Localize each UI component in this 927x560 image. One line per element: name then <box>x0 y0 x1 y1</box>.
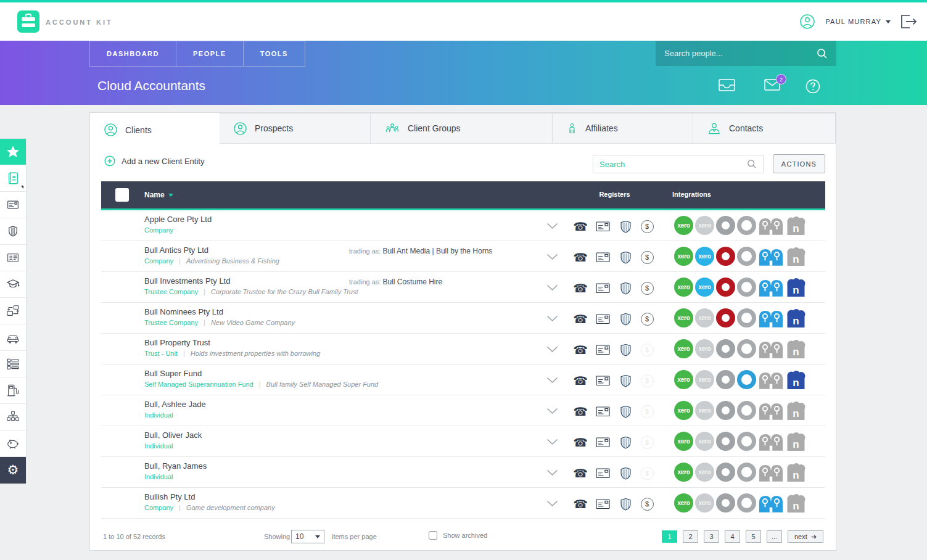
show-archived-toggle[interactable]: Show archived <box>429 531 487 540</box>
sidebar-item-gear[interactable]: ⚙ <box>0 457 26 484</box>
entity-type[interactable]: Trustee Company <box>144 319 198 326</box>
phone-register-icon[interactable]: ☎ <box>573 311 588 326</box>
sidebar-item-mail-card[interactable] <box>0 192 26 218</box>
n-logo-icon[interactable]: n <box>786 401 806 420</box>
client-name[interactable]: Bull, Ryan James <box>144 461 207 471</box>
tab-prospects[interactable]: Prospects <box>220 113 371 144</box>
insurance-register-icon[interactable] <box>618 404 633 419</box>
heads-icon[interactable] <box>758 308 784 327</box>
swirl-ring-icon[interactable] <box>737 308 756 327</box>
red-ring-icon[interactable] <box>716 493 735 513</box>
swirl-ring-icon[interactable] <box>737 339 756 358</box>
heads-icon[interactable] <box>758 247 784 266</box>
n-logo-icon[interactable]: n <box>786 463 806 482</box>
client-name[interactable]: Bull Property Trust <box>144 338 210 347</box>
next-page-button[interactable]: next➜ <box>788 530 823 543</box>
client-name[interactable]: Bull, Oliver Jack <box>144 430 202 440</box>
heads-icon[interactable] <box>758 216 784 235</box>
fee-register-icon[interactable]: $ <box>640 404 654 419</box>
heads-icon[interactable] <box>758 401 784 420</box>
xero-practice-icon[interactable]: xero <box>695 216 714 235</box>
tab-contacts[interactable]: Contacts <box>693 113 836 144</box>
expand-chevron-icon[interactable] <box>546 346 558 353</box>
logout-icon[interactable] <box>900 14 917 29</box>
mail-register-icon[interactable] <box>595 219 610 234</box>
actions-button[interactable]: ACTIONS <box>773 154 825 173</box>
nav-tab-tools[interactable]: TOOLS <box>243 41 305 66</box>
client-row[interactable]: Bull Nominees Pty Ltd Trustee Company| N… <box>101 303 825 334</box>
fee-register-icon[interactable]: $ <box>640 466 654 480</box>
select-all-checkbox[interactable] <box>115 188 129 202</box>
expand-chevron-icon[interactable] <box>546 408 558 414</box>
heads-icon[interactable] <box>758 370 784 389</box>
red-ring-icon[interactable] <box>716 339 735 358</box>
mail-register-icon[interactable] <box>595 435 610 450</box>
mail-register-icon[interactable] <box>595 311 610 326</box>
client-row[interactable]: Bull, Ashlee Jade Individual ☎ $ xeroxer… <box>101 395 825 426</box>
entity-type[interactable]: Individual <box>144 411 173 419</box>
client-row[interactable]: Bull, Oliver Jack Individual ☎ $ xeroxer… <box>101 426 825 457</box>
entity-type[interactable]: Company <box>144 504 173 511</box>
entity-type[interactable]: Trust - Unit <box>144 350 178 357</box>
page-ellipsis[interactable]: ... <box>767 530 782 543</box>
insurance-register-icon[interactable] <box>618 219 633 234</box>
entity-type[interactable]: Individual <box>144 442 173 450</box>
nav-tab-dashboard[interactable]: DASHBOARD <box>89 41 176 66</box>
n-logo-icon[interactable]: n <box>786 432 806 451</box>
red-ring-icon[interactable] <box>716 278 735 297</box>
sidebar-item-id-card[interactable] <box>0 245 26 271</box>
insurance-register-icon[interactable] <box>618 311 633 326</box>
swirl-ring-icon[interactable] <box>737 370 756 389</box>
red-ring-icon[interactable] <box>716 247 735 266</box>
client-row[interactable]: Apple Core Pty Ltd Company ☎ $ xeroxero … <box>101 210 825 241</box>
search-icon[interactable] <box>747 159 757 169</box>
fee-register-icon[interactable]: $ <box>640 219 654 234</box>
fee-register-icon[interactable]: $ <box>640 311 654 326</box>
sidebar-item-car[interactable] <box>0 324 26 351</box>
red-ring-icon[interactable] <box>716 432 735 451</box>
xero-practice-icon[interactable]: xero <box>695 247 714 266</box>
tab-clients[interactable]: Clients <box>90 113 220 147</box>
client-name[interactable]: Bull, Ashlee Jade <box>144 400 206 409</box>
insurance-register-icon[interactable] <box>618 342 633 357</box>
nav-tab-people[interactable]: PEOPLE <box>176 41 243 66</box>
items-per-page-select[interactable]: 10 <box>291 530 324 543</box>
insurance-register-icon[interactable] <box>618 250 633 265</box>
xero-ledger-icon[interactable]: xero <box>674 308 693 327</box>
sidebar-item-star[interactable] <box>0 139 26 165</box>
xero-practice-icon[interactable]: xero <box>695 370 714 389</box>
n-logo-icon[interactable]: n <box>786 339 806 358</box>
entity-type[interactable]: Company <box>144 226 173 234</box>
xero-practice-icon[interactable]: xero <box>695 339 714 358</box>
phone-register-icon[interactable]: ☎ <box>573 496 588 511</box>
fee-register-icon[interactable]: $ <box>640 281 654 295</box>
heads-icon[interactable] <box>758 463 784 482</box>
page-3[interactable]: 3 <box>704 530 719 543</box>
search-icon[interactable] <box>817 48 828 59</box>
mail-icon[interactable]: 2 <box>764 79 780 91</box>
insurance-register-icon[interactable] <box>618 466 633 480</box>
page-4[interactable]: 4 <box>725 530 740 543</box>
client-name[interactable]: Bull Nominees Pty Ltd <box>144 307 223 316</box>
xero-ledger-icon[interactable]: xero <box>674 278 693 297</box>
expand-chevron-icon[interactable] <box>546 377 558 384</box>
client-row[interactable]: Bull Property Trust Trust - Unit| Holds … <box>101 334 825 364</box>
insurance-register-icon[interactable] <box>618 281 633 295</box>
search-people-input[interactable] <box>664 49 817 58</box>
insurance-register-icon[interactable] <box>618 496 633 511</box>
entity-type[interactable]: Individual <box>144 473 173 480</box>
red-ring-icon[interactable] <box>716 308 735 327</box>
xero-ledger-icon[interactable]: xero <box>674 432 693 451</box>
xero-ledger-icon[interactable]: xero <box>674 401 693 420</box>
phone-register-icon[interactable]: ☎ <box>573 250 588 265</box>
expand-chevron-icon[interactable] <box>546 223 558 229</box>
red-ring-icon[interactable] <box>716 370 735 389</box>
sidebar-item-org-chart[interactable] <box>0 404 26 430</box>
mail-register-icon[interactable] <box>595 342 610 357</box>
swirl-ring-icon[interactable] <box>737 278 756 297</box>
swirl-ring-icon[interactable] <box>737 216 756 235</box>
heads-icon[interactable] <box>758 432 784 451</box>
phone-register-icon[interactable]: ☎ <box>573 342 588 357</box>
sidebar-item-shield[interactable] <box>0 218 26 245</box>
swirl-ring-icon[interactable] <box>737 432 756 451</box>
